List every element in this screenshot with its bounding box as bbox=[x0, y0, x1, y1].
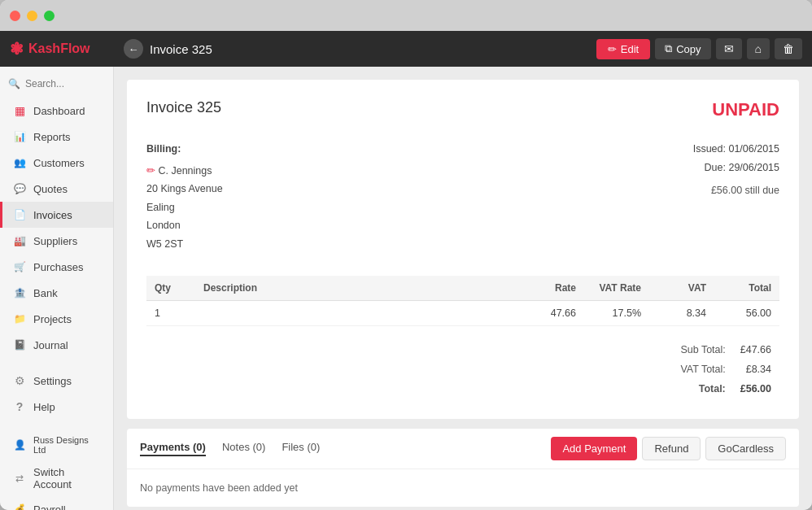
billing-section: Billing: ✏ C. Jennings 20 Kings Avenue E… bbox=[146, 140, 779, 253]
home-button[interactable]: ⌂ bbox=[747, 38, 770, 59]
switch-icon: ⇄ bbox=[12, 471, 27, 486]
sidebar-item-quotes[interactable]: 💬 Quotes bbox=[0, 176, 113, 202]
sidebar-label-suppliers: Suppliers bbox=[33, 235, 77, 247]
sidebar-item-bank[interactable]: 🏦 Bank bbox=[0, 280, 113, 306]
close-button[interactable] bbox=[10, 11, 20, 21]
invoices-icon: 📄 bbox=[12, 207, 27, 222]
main-content: Invoice 325 UNPAID Billing: ✏ C. Jenning… bbox=[114, 67, 812, 510]
table-row: 1 47.66 17.5% 8.34 56.00 bbox=[146, 301, 779, 326]
sub-total-value: £47.66 bbox=[734, 341, 778, 359]
sidebar-label-bank: Bank bbox=[33, 287, 58, 299]
edit-button[interactable]: ✏ Edit bbox=[596, 39, 650, 59]
gocardless-button[interactable]: GoCardless bbox=[705, 437, 786, 460]
search-input[interactable] bbox=[25, 78, 105, 89]
issued-date: Issued: 01/06/2015 bbox=[693, 140, 779, 159]
dashboard-icon: ▦ bbox=[12, 103, 27, 118]
sidebar-label-customers: Customers bbox=[33, 157, 85, 169]
top-actions: ✏ Edit ⧉ Copy ✉ ⌂ 🗑 bbox=[596, 38, 802, 59]
account-icon: 👤 bbox=[12, 438, 27, 452]
search-icon: 🔍 bbox=[8, 78, 20, 89]
purchases-icon: 🛒 bbox=[12, 259, 27, 274]
logo-text: KashFlow bbox=[28, 41, 90, 56]
projects-icon: 📁 bbox=[12, 312, 27, 326]
billing-label: Billing: bbox=[146, 140, 223, 159]
sidebar-item-reports[interactable]: 📊 Reports bbox=[0, 124, 113, 150]
title-bar bbox=[0, 0, 812, 31]
cell-qty: 1 bbox=[146, 301, 195, 326]
suppliers-icon: 🏭 bbox=[12, 233, 27, 248]
minimize-button[interactable] bbox=[27, 11, 37, 21]
payroll-icon: 💰 bbox=[12, 502, 27, 510]
billing-name: ✏ C. Jennings bbox=[146, 162, 223, 181]
bank-icon: 🏦 bbox=[12, 286, 27, 300]
totals-table: Sub Total: £47.66 VAT Total: £8.34 Total… bbox=[672, 339, 779, 399]
billing-address1: 20 Kings Avenue bbox=[146, 180, 223, 198]
invoice-header: Invoice 325 UNPAID bbox=[146, 99, 779, 120]
add-payment-button[interactable]: Add Payment bbox=[551, 437, 637, 460]
totals-section: Sub Total: £47.66 VAT Total: £8.34 Total… bbox=[146, 339, 779, 399]
sidebar-label-invoices: Invoices bbox=[33, 209, 72, 221]
logo-icon: ❃ bbox=[10, 39, 24, 59]
page-title: Invoice 325 bbox=[150, 42, 212, 56]
sidebar-item-suppliers[interactable]: 🏭 Suppliers bbox=[0, 228, 113, 254]
col-total: Total bbox=[714, 276, 779, 301]
reports-icon: 📊 bbox=[12, 129, 27, 144]
sidebar-item-payroll[interactable]: 💰 Payroll bbox=[0, 496, 113, 510]
sidebar-item-help[interactable]: ? Help bbox=[0, 394, 113, 420]
payments-card: Payments (0) Notes (0) Files (0) Add Pay… bbox=[127, 429, 799, 507]
refund-button[interactable]: Refund bbox=[642, 437, 701, 460]
settings-icon: ⚙ bbox=[12, 373, 27, 388]
tabs-left: Payments (0) Notes (0) Files (0) bbox=[140, 441, 320, 456]
sidebar-label-journal: Journal bbox=[33, 339, 68, 351]
invoice-table: Qty Description Rate VAT Rate VAT Total … bbox=[146, 276, 779, 326]
col-description: Description bbox=[195, 276, 519, 301]
vat-total-value: £8.34 bbox=[734, 360, 778, 378]
sidebar-item-settings[interactable]: ⚙ Settings bbox=[0, 368, 113, 394]
payments-tabs: Payments (0) Notes (0) Files (0) Add Pay… bbox=[127, 429, 799, 469]
invoice-status: UNPAID bbox=[712, 99, 779, 120]
due-date: Due: 29/06/2015 bbox=[693, 159, 779, 177]
journal-icon: 📓 bbox=[12, 338, 27, 352]
tab-notes[interactable]: Notes (0) bbox=[222, 441, 265, 456]
home-icon: ⌂ bbox=[755, 42, 762, 55]
sidebar-item-journal[interactable]: 📓 Journal bbox=[0, 332, 113, 358]
sidebar-label-switch: Switch Account bbox=[33, 466, 103, 490]
back-button[interactable]: ← bbox=[124, 39, 143, 59]
billing-address4: W5 2ST bbox=[146, 235, 223, 254]
sub-total-label: Sub Total: bbox=[674, 341, 731, 359]
maximize-button[interactable] bbox=[44, 11, 55, 21]
total-label: Total: bbox=[674, 380, 731, 398]
sidebar-label-purchases: Purchases bbox=[33, 261, 83, 273]
sidebar: 🔍 ▦ Dashboard 📊 Reports 👥 Customers 💬 bbox=[0, 67, 114, 510]
tab-files[interactable]: Files (0) bbox=[282, 441, 320, 456]
total-value: £56.00 bbox=[734, 380, 778, 398]
sidebar-item-purchases[interactable]: 🛒 Purchases bbox=[0, 254, 113, 280]
billing-address2: Ealing bbox=[146, 198, 223, 217]
billing-edit-icon[interactable]: ✏ bbox=[146, 165, 155, 177]
billing-address3: London bbox=[146, 216, 223, 235]
cell-total: 56.00 bbox=[714, 301, 779, 326]
tab-payments[interactable]: Payments (0) bbox=[140, 441, 206, 456]
invoice-card: Invoice 325 UNPAID Billing: ✏ C. Jenning… bbox=[127, 80, 799, 419]
vat-total-label: VAT Total: bbox=[674, 360, 731, 378]
sidebar-item-dashboard[interactable]: ▦ Dashboard bbox=[0, 98, 113, 124]
app-container: 🔍 ▦ Dashboard 📊 Reports 👥 Customers 💬 bbox=[0, 67, 812, 510]
col-qty: Qty bbox=[146, 276, 195, 301]
billing-right: Issued: 01/06/2015 Due: 29/06/2015 £56.0… bbox=[693, 140, 779, 253]
sidebar-label-account: Russ Designs Ltd bbox=[33, 435, 103, 455]
sidebar-item-invoices[interactable]: 📄 Invoices bbox=[0, 202, 113, 228]
copy-button[interactable]: ⧉ Copy bbox=[655, 38, 710, 59]
sidebar-item-account[interactable]: 👤 Russ Designs Ltd bbox=[0, 429, 113, 460]
cell-rate: 47.66 bbox=[519, 301, 584, 326]
copy-icon: ⧉ bbox=[665, 42, 672, 55]
still-due: £56.00 still due bbox=[693, 181, 779, 200]
col-vat-rate: VAT Rate bbox=[584, 276, 649, 301]
invoice-title: Invoice 325 bbox=[146, 99, 221, 116]
email-icon: ✉ bbox=[724, 42, 734, 55]
sidebar-item-customers[interactable]: 👥 Customers bbox=[0, 150, 113, 176]
sidebar-item-projects[interactable]: 📁 Projects bbox=[0, 306, 113, 332]
email-button[interactable]: ✉ bbox=[716, 38, 742, 59]
sidebar-item-switch[interactable]: ⇄ Switch Account bbox=[0, 460, 113, 496]
col-rate: Rate bbox=[519, 276, 584, 301]
delete-button[interactable]: 🗑 bbox=[775, 38, 802, 59]
